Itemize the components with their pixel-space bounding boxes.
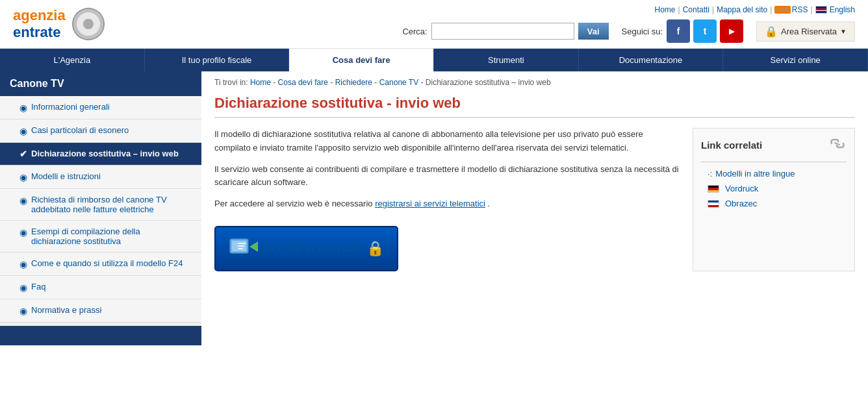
main-content: Ti trovi in: Home - Cosa devi fare - Ric… xyxy=(201,71,868,345)
correlati-obrazec: Obrazec xyxy=(701,199,847,208)
link-correlati-panel: Link correlati ·: Modelli in altre li xyxy=(693,128,855,271)
mappa-link[interactable]: Mappa del sito xyxy=(717,5,767,14)
sidebar-item-informazioni[interactable]: ◉ Informazioni generali xyxy=(0,96,201,119)
paragraph-3: Per accedere al servizio web è necessari… xyxy=(214,197,680,211)
checkmark-icon: ✔ xyxy=(19,149,27,159)
registrarsi-link[interactable]: registrarsi ai servizi telematici xyxy=(375,199,485,208)
svg-point-2 xyxy=(83,19,94,29)
accedi-button-label: Accedi al servizio xyxy=(263,241,361,255)
breadcrumb-cosa[interactable]: Cosa devi fare xyxy=(278,78,328,87)
bullet-icon: ·: xyxy=(708,169,712,179)
youtube-button[interactable]: ▶ xyxy=(720,19,743,43)
search-label: Cerca: xyxy=(402,27,427,36)
breadcrumb-richiedere[interactable]: Richiedere xyxy=(335,78,372,87)
link-correlati-title: Link correlati xyxy=(701,136,847,154)
svg-rect-7 xyxy=(238,245,244,247)
logo[interactable]: agenzia entrate xyxy=(13,7,66,42)
rss-link[interactable]: RSS RSS xyxy=(774,5,808,14)
bullet-icon: ◉ xyxy=(19,227,27,238)
nav-agenzia[interactable]: L'Agenzia xyxy=(0,49,145,71)
bullet-icon: ◉ xyxy=(19,103,27,113)
page-title: Dichiarazione sostitutiva - invio web xyxy=(214,95,855,118)
breadcrumb-canonetv[interactable]: Canone TV xyxy=(379,78,419,87)
chevron-down-icon: ▼ xyxy=(840,28,847,35)
bullet-icon: ◉ xyxy=(19,259,27,269)
main-navigation: L'Agenzia Il tuo profilo fiscale Cosa de… xyxy=(0,49,868,71)
service-icon xyxy=(229,234,258,264)
home-link[interactable]: Home xyxy=(655,5,676,14)
social-icons: f t ▶ xyxy=(667,19,743,43)
sidebar-item-esempi[interactable]: ◉ Esempi di compilazione della dichiaraz… xyxy=(0,221,201,253)
sidebar-item-faq[interactable]: ◉ Faq xyxy=(0,276,201,299)
bullet-icon: ◉ xyxy=(19,306,27,316)
svg-rect-6 xyxy=(238,243,246,244)
sidebar-item-comequando[interactable]: ◉ Come e quando si utilizza il modello F… xyxy=(0,253,201,276)
accedi-servizio-button[interactable]: Accedi al servizio 🔒 xyxy=(214,226,398,271)
nav-profilo[interactable]: Il tuo profilo fiscale xyxy=(145,49,290,71)
sidebar-item-normativa[interactable]: ◉ Normativa e prassi xyxy=(0,299,201,323)
sidebar: Canone TV ◉ Informazioni generali ◉ Casi… xyxy=(0,71,201,345)
paragraph-2: Il servizio web consente ai contribuenti… xyxy=(214,163,680,190)
correlati-vordruck: Vordruck xyxy=(701,184,847,193)
modelli-lingue-link[interactable]: ·: Modelli in altre lingue xyxy=(708,169,847,179)
sidebar-item-dichiarazione[interactable]: ✔ Dichiarazione sostitutiva – invio web xyxy=(0,143,201,166)
svg-marker-5 xyxy=(249,241,258,252)
breadcrumb-current: Dichiarazione sostitutiva – invio web xyxy=(426,78,551,87)
nav-documentazione[interactable]: Documentazione xyxy=(579,49,724,71)
header: agenzia entrate Home | Contatti | Mappa … xyxy=(0,0,868,49)
article: Il modello di dichiarazione sostitutiva … xyxy=(214,128,680,271)
bullet-icon: ◉ xyxy=(19,126,27,136)
breadcrumb-home[interactable]: Home xyxy=(250,78,271,87)
sidebar-item-casi[interactable]: ◉ Casi particolari di esonero xyxy=(0,119,201,143)
logo-line2: entrate xyxy=(13,24,66,41)
bullet-icon: ◉ xyxy=(19,172,27,182)
rss-text[interactable]: RSS xyxy=(792,5,808,14)
slovenian-flag-icon xyxy=(708,200,719,208)
seguici-label: Seguici su: xyxy=(622,27,663,36)
breadcrumb: Ti trovi in: Home - Cosa devi fare - Ric… xyxy=(214,78,855,87)
bullet-icon: ◉ xyxy=(19,195,27,206)
main-columns: Il modello di dichiarazione sostitutiva … xyxy=(214,128,855,271)
english-link[interactable]: English xyxy=(830,5,855,14)
emblem-logo xyxy=(72,8,105,40)
bullet-icon: ◉ xyxy=(19,282,27,293)
logo-line1: agenzia xyxy=(13,7,66,24)
paragraph-3-before: Per accedere al servizio web è necessari… xyxy=(214,199,373,208)
top-nav-links: Home | Contatti | Mappa del sito | RSS R… xyxy=(655,5,855,14)
contatti-link[interactable]: Contatti xyxy=(683,5,709,14)
rss-icon: RSS xyxy=(774,6,791,14)
obrazec-link[interactable]: Obrazec xyxy=(708,199,847,208)
area-riservata-button[interactable]: 🔒 Area Riservata ▼ xyxy=(756,21,855,42)
paragraph-3-after: . xyxy=(488,199,491,208)
svg-line-9 xyxy=(835,143,839,145)
sidebar-title: Canone TV xyxy=(0,71,201,96)
logo-area: agenzia entrate xyxy=(13,7,105,42)
chain-icon xyxy=(828,136,847,154)
svg-rect-8 xyxy=(238,248,243,249)
german-flag-icon xyxy=(708,185,719,193)
lock-icon: 🔒 xyxy=(765,25,778,38)
content-wrapper: Canone TV ◉ Informazioni generali ◉ Casi… xyxy=(0,71,868,345)
search-area: Cerca: Vai xyxy=(402,23,608,40)
correlati-modelli: ·: Modelli in altre lingue xyxy=(701,169,847,179)
nav-servizi[interactable]: Servizi online xyxy=(723,49,868,71)
vai-button[interactable]: Vai xyxy=(578,23,609,40)
nav-cosa[interactable]: Cosa devi fare xyxy=(289,49,434,71)
sidebar-item-richiesta[interactable]: ◉ Richiesta di rimborso del canone TV ad… xyxy=(0,189,201,221)
area-riservata-text: Area Riservata xyxy=(781,27,837,36)
vordruck-link[interactable]: Vordruck xyxy=(708,184,847,193)
twitter-button[interactable]: t xyxy=(693,19,717,43)
nav-strumenti[interactable]: Strumenti xyxy=(434,49,579,71)
uk-flag-icon xyxy=(815,6,827,14)
facebook-button[interactable]: f xyxy=(667,19,690,43)
search-input[interactable] xyxy=(431,23,574,40)
paragraph-1: Il modello di dichiarazione sostitutiva … xyxy=(214,128,680,155)
sidebar-menu: ◉ Informazioni generali ◉ Casi particola… xyxy=(0,96,201,323)
sidebar-bottom-bar xyxy=(0,326,201,345)
lock-icon: 🔒 xyxy=(366,240,384,257)
sidebar-item-modelli[interactable]: ◉ Modelli e istruzioni xyxy=(0,166,201,189)
